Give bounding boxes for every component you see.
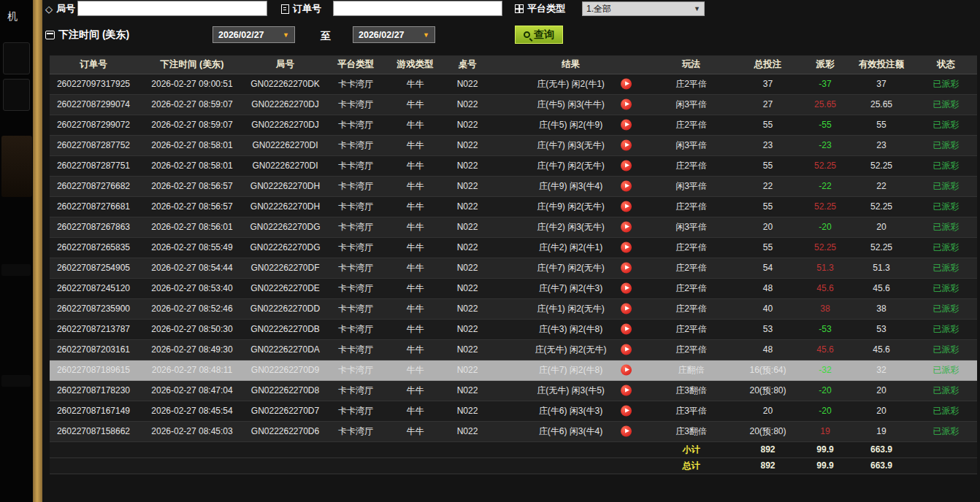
play-icon[interactable] (621, 79, 632, 90)
chevron-down-icon: ▼ (283, 31, 289, 39)
play-icon[interactable] (621, 385, 632, 396)
play-triangle-icon (625, 409, 629, 413)
table-row[interactable]: 2602270871586622026-02-27 08:45:03GN0222… (50, 421, 977, 441)
cell: 卡卡湾厅 (324, 319, 388, 339)
cell: 260227087245120 (50, 278, 137, 298)
play-icon[interactable] (621, 242, 632, 253)
cell: 卡卡湾厅 (324, 176, 388, 196)
play-triangle-icon (625, 163, 629, 168)
play-icon[interactable] (621, 365, 632, 376)
cell: 牛牛 (388, 217, 443, 237)
table-row[interactable]: 2602270872990742026-02-27 08:59:07GN0222… (50, 94, 977, 115)
result-text: 庄(牛7) 闲2(无牛) (537, 263, 605, 273)
column-header: 桌号 (443, 55, 492, 74)
play-icon[interactable] (621, 324, 632, 335)
cell: 260227087267863 (50, 217, 137, 237)
cell: 牛牛 (388, 401, 443, 421)
table-row[interactable]: 2602270871671492026-02-27 08:45:54GN0222… (50, 401, 977, 421)
payout-cell: 38 (803, 298, 848, 319)
sidebar-box[interactable] (3, 42, 30, 74)
cell: 2026-02-27 08:47:04 (137, 380, 247, 401)
footer-label: 总计 (649, 457, 733, 474)
play-icon[interactable] (621, 263, 632, 274)
result-cell: 庄(牛9) 闲2(无牛) (492, 196, 649, 217)
table-row[interactable]: 2602270872549052026-02-27 08:54:44GN0222… (50, 258, 977, 278)
sidebar-thumbnail (1, 136, 32, 197)
table-row[interactable]: 2602270872877512026-02-27 08:58:01GN0222… (50, 155, 977, 176)
play-icon[interactable] (621, 120, 632, 131)
platform-type-select[interactable]: 1.全部 ▼ (582, 1, 705, 16)
result-cell: 庄(牛6) 闲3(牛3) (492, 401, 649, 421)
play-triangle-icon (625, 368, 629, 372)
result-cell: 庄(无牛) 闲3(牛5) (492, 380, 649, 401)
sidebar-box[interactable] (3, 79, 30, 111)
query-button[interactable]: 查询 (515, 26, 563, 44)
table-row[interactable]: 2602270872031612026-02-27 08:49:30GN0222… (50, 339, 977, 360)
play-icon[interactable] (621, 344, 632, 355)
cell: 牛牛 (388, 135, 443, 155)
play-icon[interactable] (621, 406, 632, 417)
footer-value: 99.9 (803, 441, 848, 457)
cell: 2026-02-27 08:56:57 (137, 196, 247, 217)
cell: 牛牛 (388, 74, 443, 94)
table-row[interactable]: 2602270872990722026-02-27 08:59:07GN0222… (50, 115, 977, 135)
table-row[interactable]: 2602270872766812026-02-27 08:56:57GN0222… (50, 196, 977, 217)
play-icon[interactable] (621, 283, 632, 294)
cell: 260227087213787 (50, 319, 137, 339)
order-number-input[interactable] (333, 1, 502, 16)
cell: 卡卡湾厅 (324, 258, 388, 278)
play-triangle-icon (625, 143, 629, 147)
table-row[interactable]: 2602270973179252026-02-27 09:00:51GN0222… (50, 74, 977, 94)
cell: 牛牛 (388, 155, 443, 176)
play-icon[interactable] (621, 181, 632, 192)
play-icon[interactable] (621, 161, 632, 171)
cell: N022 (443, 94, 492, 115)
chevron-down-icon: ▼ (694, 5, 700, 12)
table-row[interactable]: 2602270871896152026-02-27 08:48:11GN0222… (50, 360, 977, 380)
result-text: 庄(牛6) 闲3(牛4) (539, 426, 602, 436)
date-from-picker[interactable]: 2026/02/27 ▼ (213, 26, 295, 43)
table-row[interactable]: 2602270871782302026-02-27 08:47:04GN0222… (50, 380, 977, 401)
cell: 55 (733, 155, 803, 176)
round-number-input[interactable] (77, 1, 267, 16)
play-icon[interactable] (621, 304, 632, 314)
sidebar-fragment (1, 375, 31, 387)
cell: 牛牛 (388, 319, 443, 339)
table-row[interactable]: 2602270872137872026-02-27 08:50:30GN0222… (50, 319, 977, 339)
play-icon[interactable] (621, 201, 632, 212)
date-to-picker[interactable]: 2026/02/27 ▼ (353, 26, 435, 43)
cell: 22 (733, 176, 803, 196)
table-row[interactable]: 2602270872451202026-02-27 08:53:40GN0222… (50, 278, 977, 298)
play-icon[interactable] (621, 426, 632, 437)
cell: 闲3平倍 (649, 217, 733, 237)
play-icon[interactable] (621, 140, 632, 151)
column-header: 下注时间 (美东) (137, 55, 247, 74)
query-button-label: 查询 (534, 28, 554, 42)
cell: 52.25 (848, 196, 915, 217)
cell: 260227087235900 (50, 298, 137, 319)
table-header-row: 订单号下注时间 (美东)局号平台类型游戏类型桌号结果玩法总投注派彩有效投注额状态 (50, 55, 977, 74)
table-row[interactable]: 2602270872678632026-02-27 08:56:01GN0222… (50, 217, 977, 237)
cell: N022 (443, 258, 492, 278)
cell: 卡卡湾厅 (324, 421, 388, 441)
table-row[interactable]: 2602270872658352026-02-27 08:55:49GN0222… (50, 237, 977, 258)
payout-cell: -23 (803, 135, 848, 155)
result-text: 庄(无牛) 闲2(无牛) (535, 344, 607, 355)
cell: 卡卡湾厅 (324, 115, 388, 135)
cell: GN022262270D7 (247, 401, 324, 421)
cell: 牛牛 (388, 339, 443, 360)
cell: 260227087287752 (50, 135, 137, 155)
payout-cell: 45.6 (803, 339, 848, 360)
table-row[interactable]: 2602270872359002026-02-27 08:52:46GN0222… (50, 298, 977, 319)
payout-cell: 19 (803, 421, 848, 441)
cell: 260227087203161 (50, 339, 137, 360)
table-row[interactable]: 2602270872766822026-02-27 08:56:57GN0222… (50, 176, 977, 196)
cell: 45.6 (848, 278, 915, 298)
result-text: 庄(无牛) 闲3(牛5) (537, 385, 605, 395)
result-cell: 庄(牛7) 闲2(无牛) (492, 155, 649, 176)
cell: 37 (848, 74, 915, 94)
play-icon[interactable] (621, 222, 632, 233)
cell: GN022262270DA (247, 339, 324, 360)
table-row[interactable]: 2602270872877522026-02-27 08:58:01GN0222… (50, 135, 977, 155)
play-icon[interactable] (621, 99, 632, 110)
